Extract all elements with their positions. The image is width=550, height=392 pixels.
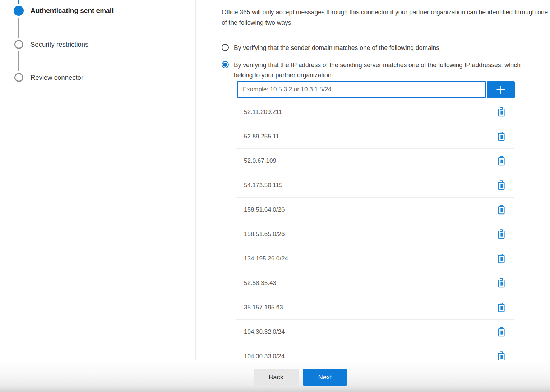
option-sender-domain: By verifying that the sender domain matc… [222, 43, 550, 53]
delete-ip-button[interactable] [496, 106, 506, 117]
ip-list: 52.11.209.211 52.89.255.11 [236, 100, 514, 360]
delete-ip-button[interactable] [496, 131, 506, 142]
step-indicator-authenticating-sent-email [14, 6, 24, 16]
ip-address: 52.89.255.11 [244, 133, 279, 140]
add-ip-button[interactable] [487, 81, 515, 98]
ip-row: 54.173.50.115 [236, 173, 514, 198]
trash-icon [497, 283, 505, 289]
ip-row: 158.51.64.0/26 [236, 198, 514, 222]
ip-row: 52.89.255.11 [236, 124, 514, 149]
step-label-authenticating-sent-email: Authenticating sent email [31, 7, 114, 15]
delete-ip-button[interactable] [496, 155, 506, 166]
trash-icon [497, 112, 505, 118]
radio-ip-address-label: By verifying that the IP address of the … [234, 60, 528, 80]
delete-ip-button[interactable] [496, 351, 506, 360]
delete-ip-button[interactable] [496, 326, 506, 337]
trash-icon [497, 259, 505, 264]
wizard-footer: Back Next [0, 360, 550, 392]
ip-address: 104.30.32.0/24 [244, 328, 285, 336]
step-description: Office 365 will only accept messages thr… [222, 7, 549, 28]
delete-ip-button[interactable] [496, 229, 506, 240]
back-button[interactable]: Back [254, 369, 299, 386]
ip-row: 158.51.65.0/26 [236, 222, 514, 246]
ip-address: 54.173.50.115 [244, 182, 282, 189]
ip-row: 52.11.209.211 [236, 100, 514, 124]
delete-ip-button[interactable] [496, 277, 506, 289]
ip-address: 35.157.195.63 [244, 304, 283, 311]
trash-icon [497, 308, 505, 313]
wizard-stepper-sidebar: Authenticating sent email Security restr… [0, 0, 196, 360]
option-ip-address: By verifying that the IP address of the … [222, 60, 550, 80]
ip-address: 52.11.209.211 [244, 109, 282, 116]
step-label-security-restrictions: Security restrictions [31, 41, 88, 49]
identification-options: By verifying that the sender domain matc… [222, 43, 550, 80]
step-indicator-security-restrictions [14, 40, 23, 49]
ip-address: 52.58.35.43 [244, 280, 276, 287]
radio-sender-domain[interactable] [222, 44, 229, 51]
ip-address: 52.0.67.109 [244, 157, 276, 165]
ip-row: 104.30.33.0/24 [236, 344, 514, 360]
radio-sender-domain-label: By verifying that the sender domain matc… [234, 43, 439, 53]
plus-icon [495, 84, 506, 95]
ip-address: 104.30.33.0/24 [244, 353, 285, 360]
radio-ip-address[interactable] [222, 61, 229, 68]
delete-ip-button[interactable] [496, 253, 506, 264]
trash-icon [497, 161, 505, 167]
ip-entry-row [237, 81, 550, 98]
stepper-connector-line [18, 51, 19, 71]
ip-address: 158.51.64.0/26 [244, 206, 285, 213]
stepper-connector-previous [18, 0, 19, 4]
next-button[interactable]: Next [303, 369, 347, 386]
trash-icon [497, 332, 505, 338]
ip-row: 134.195.26.0/24 [236, 246, 514, 271]
ip-address: 158.51.65.0/26 [244, 231, 285, 238]
trash-icon [497, 235, 505, 240]
ip-row: 52.0.67.109 [236, 149, 514, 173]
wizard-body: Authenticating sent email Security restr… [0, 0, 550, 360]
ip-row: 35.157.195.63 [236, 295, 514, 320]
delete-ip-button[interactable] [496, 180, 506, 191]
trash-icon [497, 137, 505, 142]
delete-ip-button[interactable] [496, 302, 506, 313]
trash-icon [497, 186, 505, 191]
step-content: Office 365 will only accept messages thr… [196, 0, 550, 360]
stepper-connector-line [18, 18, 19, 38]
connector-wizard-page: Authenticating sent email Security restr… [0, 0, 550, 392]
step-indicator-review-connector [14, 73, 23, 82]
ip-address: 134.195.26.0/24 [244, 255, 288, 262]
ip-row: 52.58.35.43 [236, 271, 514, 295]
trash-icon [497, 210, 505, 216]
trash-icon [497, 357, 505, 360]
ip-row: 104.30.32.0/24 [236, 320, 514, 344]
delete-ip-button[interactable] [496, 204, 506, 215]
step-label-review-connector: Review connector [31, 74, 83, 82]
ip-address-input[interactable] [237, 81, 486, 98]
